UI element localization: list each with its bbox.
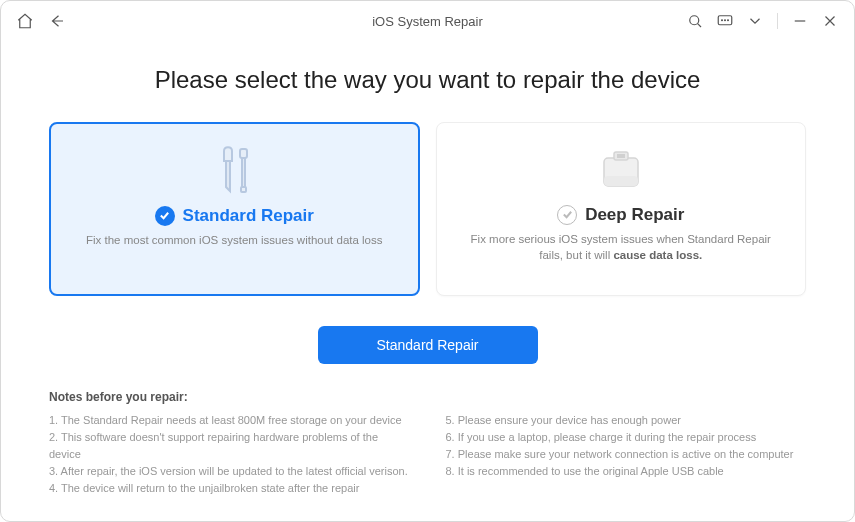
notes-columns: 1. The Standard Repair needs at least 80… [49, 412, 806, 497]
back-icon[interactable] [45, 9, 69, 33]
option-cards: Standard Repair Fix the most common iOS … [49, 122, 806, 296]
svg-rect-7 [241, 187, 246, 192]
note-item: 7. Please make sure your network connect… [446, 446, 807, 463]
notes-title: Notes before you repair: [49, 390, 806, 404]
feedback-icon[interactable] [713, 9, 737, 33]
svg-point-4 [728, 20, 729, 21]
svg-rect-11 [604, 176, 638, 186]
deep-title: Deep Repair [585, 205, 684, 225]
check-filled-icon [155, 206, 175, 226]
svg-rect-10 [617, 154, 625, 158]
app-window: iOS System Repair Please select the way … [0, 0, 855, 522]
separator [777, 13, 778, 29]
notes-right: 5. Please ensure your device has enough … [446, 412, 807, 497]
home-icon[interactable] [13, 9, 37, 33]
svg-point-3 [725, 20, 726, 21]
titlebar-left [13, 9, 69, 33]
standard-repair-card[interactable]: Standard Repair Fix the most common iOS … [49, 122, 420, 296]
close-icon[interactable] [818, 9, 842, 33]
note-item: 6. If you use a laptop, please charge it… [446, 429, 807, 446]
search-icon[interactable] [683, 9, 707, 33]
deep-repair-card[interactable]: Deep Repair Fix more serious iOS system … [436, 122, 807, 296]
standard-title: Standard Repair [183, 206, 314, 226]
note-item: 3. After repair, the iOS version will be… [49, 463, 410, 480]
note-item: 4. The device will return to the unjailb… [49, 480, 410, 497]
disk-icon [591, 141, 651, 197]
chevron-down-icon[interactable] [743, 9, 767, 33]
page-heading: Please select the way you want to repair… [49, 66, 806, 94]
svg-rect-5 [240, 149, 247, 158]
tools-icon [204, 142, 264, 198]
svg-point-0 [690, 16, 699, 25]
note-item: 1. The Standard Repair needs at least 80… [49, 412, 410, 429]
svg-point-2 [722, 20, 723, 21]
standard-title-row: Standard Repair [155, 206, 314, 226]
notes-left: 1. The Standard Repair needs at least 80… [49, 412, 410, 497]
notes-section: Notes before you repair: 1. The Standard… [49, 390, 806, 497]
note-item: 2. This software doesn't support repairi… [49, 429, 410, 463]
titlebar: iOS System Repair [1, 1, 854, 42]
titlebar-right [683, 9, 842, 33]
note-item: 5. Please ensure your device has enough … [446, 412, 807, 429]
standard-desc: Fix the most common iOS system issues wi… [86, 232, 383, 249]
minimize-icon[interactable] [788, 9, 812, 33]
standard-repair-button[interactable]: Standard Repair [318, 326, 538, 364]
deep-desc-bold: cause data loss. [613, 249, 702, 261]
note-item: 8. It is recommended to use the original… [446, 463, 807, 480]
main-content: Please select the way you want to repair… [1, 42, 854, 521]
check-outline-icon [557, 205, 577, 225]
deep-desc: Fix more serious iOS system issues when … [465, 231, 778, 264]
deep-title-row: Deep Repair [557, 205, 684, 225]
svg-rect-6 [242, 158, 245, 188]
